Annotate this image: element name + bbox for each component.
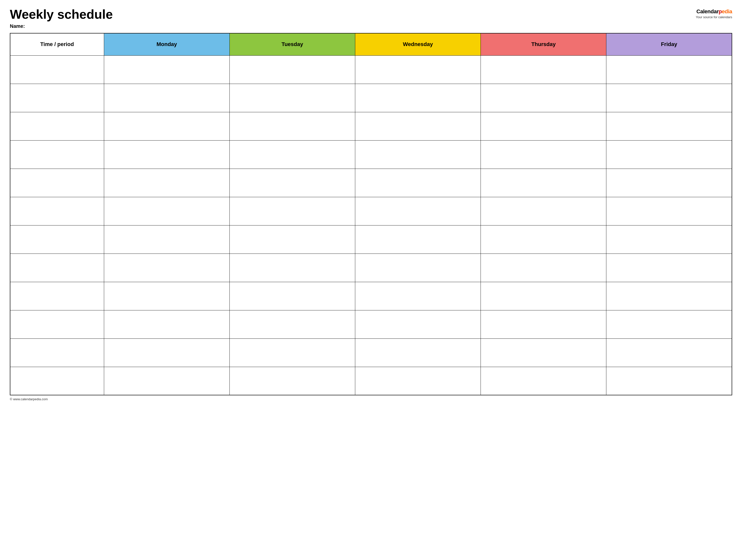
schedule-cell[interactable] — [229, 169, 355, 197]
schedule-cell[interactable] — [355, 169, 481, 197]
table-row[interactable] — [10, 140, 732, 169]
schedule-cell[interactable] — [606, 282, 732, 310]
title-section: Weekly schedule Name: — [10, 7, 113, 29]
schedule-cell[interactable] — [481, 282, 606, 310]
schedule-cell[interactable] — [355, 254, 481, 282]
table-row[interactable] — [10, 55, 732, 84]
schedule-cell[interactable] — [104, 169, 229, 197]
table-row[interactable] — [10, 367, 732, 395]
time-cell[interactable] — [10, 282, 104, 310]
time-cell[interactable] — [10, 225, 104, 254]
table-row[interactable] — [10, 338, 732, 367]
footer: © www.calendarpedia.com — [10, 397, 732, 401]
page-header: Weekly schedule Name: Calendarpedia Your… — [10, 7, 732, 29]
schedule-cell[interactable] — [104, 140, 229, 169]
schedule-cell[interactable] — [606, 112, 732, 140]
schedule-cell[interactable] — [104, 367, 229, 395]
schedule-cell[interactable] — [104, 338, 229, 367]
schedule-cell[interactable] — [355, 310, 481, 338]
schedule-cell[interactable] — [229, 84, 355, 112]
schedule-cell[interactable] — [229, 225, 355, 254]
time-cell[interactable] — [10, 338, 104, 367]
schedule-cell[interactable] — [355, 338, 481, 367]
schedule-cell[interactable] — [104, 55, 229, 84]
schedule-cell[interactable] — [606, 367, 732, 395]
table-row[interactable] — [10, 169, 732, 197]
schedule-cell[interactable] — [355, 140, 481, 169]
schedule-cell[interactable] — [481, 197, 606, 225]
table-row[interactable] — [10, 254, 732, 282]
schedule-cell[interactable] — [606, 140, 732, 169]
schedule-cell[interactable] — [606, 338, 732, 367]
schedule-cell[interactable] — [104, 197, 229, 225]
schedule-cell[interactable] — [481, 225, 606, 254]
schedule-cell[interactable] — [481, 55, 606, 84]
schedule-cell[interactable] — [229, 140, 355, 169]
schedule-cell[interactable] — [355, 197, 481, 225]
schedule-cell[interactable] — [355, 112, 481, 140]
table-row[interactable] — [10, 225, 732, 254]
time-cell[interactable] — [10, 367, 104, 395]
schedule-cell[interactable] — [606, 197, 732, 225]
schedule-cell[interactable] — [104, 310, 229, 338]
table-row[interactable] — [10, 197, 732, 225]
schedule-cell[interactable] — [104, 282, 229, 310]
logo-section: Calendarpedia Your source for calendars — [696, 8, 732, 19]
time-cell[interactable] — [10, 112, 104, 140]
schedule-cell[interactable] — [355, 367, 481, 395]
time-cell[interactable] — [10, 310, 104, 338]
schedule-cell[interactable] — [481, 367, 606, 395]
col-monday-header: Monday — [104, 33, 229, 55]
time-cell[interactable] — [10, 197, 104, 225]
schedule-cell[interactable] — [229, 55, 355, 84]
schedule-cell[interactable] — [606, 84, 732, 112]
logo-edia: edia — [722, 8, 732, 14]
schedule-cell[interactable] — [481, 112, 606, 140]
time-cell[interactable] — [10, 169, 104, 197]
time-cell[interactable] — [10, 254, 104, 282]
col-time-header: Time / period — [10, 33, 104, 55]
logo-p: p — [719, 8, 722, 14]
time-cell[interactable] — [10, 140, 104, 169]
header-row: Time / period Monday Tuesday Wednesday T… — [10, 33, 732, 55]
schedule-cell[interactable] — [606, 225, 732, 254]
table-row[interactable] — [10, 84, 732, 112]
schedule-cell[interactable] — [355, 282, 481, 310]
schedule-cell[interactable] — [229, 310, 355, 338]
schedule-cell[interactable] — [606, 55, 732, 84]
table-row[interactable] — [10, 112, 732, 140]
schedule-cell[interactable] — [606, 254, 732, 282]
schedule-cell[interactable] — [229, 197, 355, 225]
col-tuesday-header: Tuesday — [229, 33, 355, 55]
schedule-cell[interactable] — [606, 169, 732, 197]
time-cell[interactable] — [10, 55, 104, 84]
logo-tagline: Your source for calendars — [696, 15, 732, 19]
schedule-cell[interactable] — [104, 254, 229, 282]
schedule-cell[interactable] — [104, 112, 229, 140]
time-cell[interactable] — [10, 84, 104, 112]
logo-calendar: Calendar — [696, 8, 719, 14]
schedule-cell[interactable] — [229, 338, 355, 367]
schedule-cell[interactable] — [606, 310, 732, 338]
schedule-cell[interactable] — [229, 112, 355, 140]
schedule-cell[interactable] — [355, 84, 481, 112]
table-row[interactable] — [10, 282, 732, 310]
schedule-cell[interactable] — [229, 254, 355, 282]
table-body — [10, 55, 732, 395]
col-thursday-header: Thursday — [481, 33, 606, 55]
schedule-cell[interactable] — [481, 84, 606, 112]
schedule-cell[interactable] — [355, 225, 481, 254]
schedule-cell[interactable] — [104, 225, 229, 254]
schedule-cell[interactable] — [355, 55, 481, 84]
schedule-cell[interactable] — [104, 84, 229, 112]
schedule-cell[interactable] — [481, 338, 606, 367]
copyright-text: © www.calendarpedia.com — [10, 397, 48, 401]
schedule-cell[interactable] — [481, 254, 606, 282]
col-wednesday-header: Wednesday — [355, 33, 481, 55]
schedule-cell[interactable] — [229, 282, 355, 310]
schedule-cell[interactable] — [481, 140, 606, 169]
schedule-cell[interactable] — [481, 169, 606, 197]
table-row[interactable] — [10, 310, 732, 338]
schedule-cell[interactable] — [229, 367, 355, 395]
schedule-cell[interactable] — [481, 310, 606, 338]
